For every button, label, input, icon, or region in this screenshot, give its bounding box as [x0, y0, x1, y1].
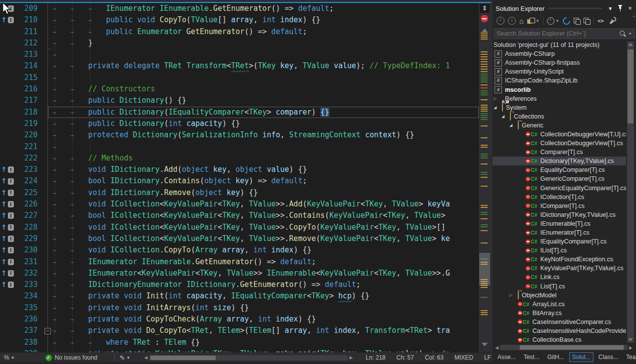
line-number[interactable]: 232 — [0, 268, 38, 279]
line-number[interactable]: 235 — [0, 302, 38, 314]
code-line-217[interactable]: 217→→public Dictionary() {} — [0, 95, 479, 106]
line-number[interactable]: 229 — [0, 233, 38, 244]
sync-with-active-document-button[interactable] — [574, 16, 580, 25]
line-number[interactable]: 238 — [0, 337, 38, 348]
code-line-214[interactable]: 214→→private delegate TRet Transform<TRe… — [0, 60, 479, 72]
line-number[interactable]: 214 — [0, 60, 38, 72]
code-lines[interactable]: ↑I209→→→IEnumerator IEnumerable.GetEnume… — [0, 3, 479, 352]
panel-title-bar[interactable]: Solution Explorer ▾ × — [493, 3, 636, 14]
code-line-209[interactable]: ↑I209→→→IEnumerator IEnumerable.GetEnume… — [0, 3, 479, 14]
encoding-indicator[interactable]: MIXED — [454, 354, 473, 361]
switch-views-button[interactable]: ▼ — [527, 16, 540, 25]
code-line-212[interactable]: 212→→} — [0, 38, 479, 49]
no-entry-icon[interactable] — [481, 15, 488, 22]
drag-grip[interactable] — [548, 7, 602, 10]
column-indicator[interactable]: Col: 63 — [425, 354, 444, 361]
code-editor[interactable]: ↑I209→→→IEnumerator IEnumerable.GetEnume… — [0, 0, 491, 352]
panel-tab-asse[interactable]: Asse... — [495, 352, 519, 362]
properties-button[interactable] — [607, 16, 615, 25]
split-window-handle-icon[interactable]: ⇕ — [480, 4, 490, 13]
chevron-down-icon[interactable]: ▼ — [628, 32, 632, 36]
close-button[interactable]: × — [626, 4, 634, 12]
tree-item-ienumerable-t-cs[interactable]: C#IEnumerable[T].cs — [493, 219, 626, 228]
line-number[interactable]: 217 — [0, 95, 38, 106]
tree-item-keyvaluepair-tkey-tvalue-cs[interactable]: C#KeyValuePair[TKey,TValue].cs — [493, 264, 626, 273]
line-number[interactable]: 220 — [0, 129, 38, 141]
horizontal-scrollbar[interactable]: ◀ ▶ — [142, 355, 355, 361]
line-number[interactable]: 212 — [0, 38, 38, 49]
horizontal-scrollbar-thumb[interactable] — [150, 356, 216, 360]
horizontal-scrollbar-track[interactable] — [149, 355, 347, 361]
scroll-right-arrow[interactable]: ▶ — [628, 345, 634, 350]
code-line-218[interactable]: 218→→public Dictionary(IEqualityComparer… — [48, 107, 479, 118]
tree-item-collectionbase-cs[interactable]: C#CollectionBase.cs — [493, 335, 626, 343]
code-line-211[interactable]: 211→→→public Enumerator GetEnumerator() … — [0, 26, 479, 38]
tree-item-assembly-csharp[interactable]: #Assembly-CSharp — [493, 49, 626, 58]
line-number[interactable]: 239 — [0, 348, 38, 352]
code-line-220[interactable]: 220→→protected Dictionary(SerializationI… — [0, 129, 479, 141]
line-number[interactable]: 219 — [0, 118, 38, 129]
scrollbar-up-arrow[interactable] — [482, 29, 488, 32]
code-line-216[interactable]: 216→→// Constructors — [0, 83, 479, 95]
back-button[interactable]: ‹ — [497, 16, 504, 25]
collapse-arrow-icon[interactable]: ◢ — [501, 114, 510, 119]
code-line-232[interactable]: ↑I232→→IEnumerator<KeyValuePair<TKey, TV… — [0, 268, 479, 279]
tree-item-collectiondebuggerview-t-cs[interactable]: C#CollectionDebuggerView[T].cs — [493, 139, 626, 148]
scroll-left-arrow[interactable]: ◀ — [142, 355, 149, 360]
line-number[interactable]: 233 — [0, 279, 38, 290]
tree-item-iequalitycomparer-t-cs[interactable]: C#IEqualityComparer[T].cs — [493, 237, 626, 246]
tree-item-references[interactable]: ▷References — [493, 94, 626, 103]
home-button[interactable]: ⌂ — [519, 16, 524, 25]
scrollbar-thumb[interactable] — [479, 253, 490, 285]
line-number[interactable]: 231 — [0, 256, 38, 268]
code-line-233[interactable]: ↑I233→→IDictionaryEnumerator IDictionary… — [0, 279, 479, 290]
scrollbar-up-arrow[interactable] — [628, 43, 633, 46]
line-number[interactable]: 230 — [0, 244, 38, 256]
tree-item-comparer-t-cs[interactable]: C#Comparer[T].cs — [493, 148, 626, 157]
code-line-213[interactable]: 213→ — [0, 49, 479, 60]
tree-item-icomparer-t-cs[interactable]: C#IComparer[T].cs — [493, 202, 626, 210]
tree-item-collectiondebuggerview-t-u-cs[interactable]: C#CollectionDebuggerView[T,U].cs — [493, 130, 626, 139]
code-line-236[interactable]: 236→→private void CopyToCheck(Array arra… — [0, 314, 479, 325]
line-number[interactable]: 227 — [0, 210, 38, 221]
toolbar-overflow-button[interactable]: ’’ — [633, 15, 635, 21]
code-line-235[interactable]: 235→→private void InitArrays(int size) {… — [0, 302, 479, 314]
solution-search-box[interactable]: ▼ — [494, 28, 635, 39]
code-line-237[interactable]: 237−→→private void Do_CopyTo<TRet, TElem… — [0, 325, 479, 336]
tree-item-list-t-cs[interactable]: C#List[T].cs — [493, 282, 626, 291]
expand-arrow-icon[interactable]: ▷ — [494, 96, 502, 101]
scrollbar-thumb[interactable] — [628, 49, 634, 123]
panel-tab-solut[interactable]: Solut... — [569, 352, 593, 362]
line-number[interactable]: 216 — [0, 83, 38, 95]
tree-item-icollection-t-cs[interactable]: C#ICollection[T].cs — [493, 193, 626, 202]
line-number[interactable]: 221 — [0, 141, 38, 153]
fold-collapse-button[interactable]: − — [45, 328, 51, 334]
line-number[interactable]: 226 — [0, 199, 38, 210]
line-number[interactable]: 215 — [0, 72, 38, 83]
scrollbar-down-arrow[interactable] — [628, 338, 633, 341]
panel-tab-tea[interactable]: Tea... — [623, 352, 636, 362]
scroll-right-arrow[interactable]: ▶ — [348, 355, 355, 360]
tree-item-link-cs[interactable]: C#Link.cs — [493, 273, 626, 282]
view-code-button[interactable]: <> — [597, 16, 604, 25]
line-number[interactable]: 218 — [0, 107, 38, 118]
tree-item-ienumerator-t-cs[interactable]: C#IEnumerator[T].cs — [493, 228, 626, 237]
code-line-222[interactable]: 222→→// Methods — [0, 153, 479, 164]
code-line-227[interactable]: ↑I227→→bool ICollection<KeyValuePair<TKe… — [0, 210, 479, 221]
tree-item-genericcomparer-t-cs[interactable]: C#GenericComparer[T].cs — [493, 174, 626, 183]
code-line-219[interactable]: 219→→public Dictionary(int capacity) {} — [0, 118, 479, 129]
code-line-224[interactable]: ↑I224→→bool IDictionary.Contains(object … — [0, 175, 479, 187]
line-number[interactable]: 211 — [0, 26, 38, 38]
expand-arrow-icon[interactable]: ▷ — [509, 293, 518, 297]
code-line-215[interactable]: 215→ — [0, 72, 479, 83]
code-line-238[interactable]: 238→→→where TRet : TElem {} — [0, 337, 479, 348]
line-number[interactable]: 210 — [0, 14, 38, 26]
line-number[interactable]: 228 — [0, 222, 38, 233]
tree-item-caseinsensitivehashcodeprovider-cs[interactable]: C#CaseInsensitiveHashCodeProvider.cs — [493, 326, 626, 335]
line-number[interactable]: 225 — [0, 187, 38, 199]
preview-selected-items-button[interactable] — [584, 16, 590, 25]
scroll-left-arrow[interactable]: ◀ — [494, 345, 500, 350]
scrollbar-track[interactable] — [500, 345, 628, 350]
code-line-221[interactable]: 221→ — [0, 141, 479, 153]
tree-item-ilist-t-cs[interactable]: C#IList[T].cs — [493, 246, 626, 255]
